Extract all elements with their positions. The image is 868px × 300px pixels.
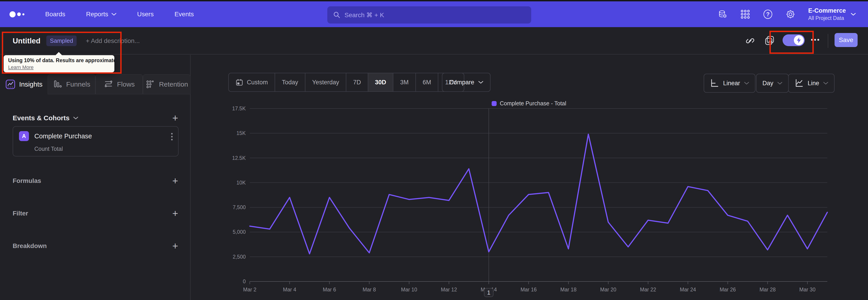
annotation-marker[interactable]: 1	[484, 288, 493, 297]
date-range-control: Custom Today Yesterday 7D 30D 3M 6M 12M	[228, 73, 464, 92]
tooltip-arrow	[55, 52, 62, 56]
chart-legend[interactable]: Complete Purchase - Total	[221, 100, 836, 107]
logo-dot	[17, 12, 21, 16]
x-tick-label: Mar 22	[640, 287, 656, 293]
chevron-down-icon	[744, 82, 749, 85]
linear-axis-icon	[710, 79, 719, 88]
y-tick-label: 15K	[237, 130, 246, 136]
chevron-down-icon	[851, 13, 856, 16]
x-tick-label: Mar 12	[441, 287, 457, 293]
add-formula-button[interactable]: +	[172, 176, 178, 186]
y-tick-label: 10K	[237, 180, 246, 186]
events-cohorts-header[interactable]: Events & Cohorts	[13, 114, 78, 122]
chevron-down-icon	[823, 82, 828, 85]
tab-label: Flows	[117, 81, 135, 88]
data-management-icon[interactable]	[718, 9, 727, 19]
search-input[interactable]: Search ⌘ + K	[327, 6, 531, 24]
nav-item-boards[interactable]: Boards	[45, 11, 65, 18]
nav-item-reports[interactable]: Reports	[86, 11, 116, 18]
formulas-header: Formulas	[13, 177, 41, 184]
legend-label: Complete Purchase - Total	[500, 100, 566, 107]
toggle-knob	[794, 35, 804, 45]
chart-type-dropdown[interactable]: Line	[788, 74, 835, 93]
report-header-bar: Untitled Sampled + Add description...	[0, 27, 868, 55]
search-icon	[333, 11, 340, 19]
x-tick-label: Mar 10	[401, 287, 417, 293]
range-6m[interactable]: 6M	[416, 73, 438, 91]
settings-gear-icon[interactable]	[785, 9, 796, 19]
tab-flows[interactable]: Flows	[95, 74, 143, 94]
more-options-icon[interactable]	[811, 39, 819, 41]
nav-right-cluster: ? E-Commerce All Project Data	[718, 1, 856, 27]
project-scope: All Project Data	[808, 15, 846, 21]
y-tick-label: 2,500	[232, 254, 246, 260]
save-to-board-icon[interactable]	[764, 35, 776, 47]
interval-dropdown[interactable]: Day	[756, 74, 789, 93]
x-tick-label: Mar 20	[600, 287, 616, 293]
series-letter-badge: A	[19, 131, 29, 141]
report-title[interactable]: Untitled	[13, 37, 40, 45]
range-30d[interactable]: 30D	[368, 73, 394, 91]
project-name: E-Commerce	[808, 7, 846, 14]
project-selector[interactable]: E-Commerce All Project Data	[808, 7, 856, 21]
x-tick-label: Mar 2	[243, 287, 256, 293]
x-tick-label: Mar 16	[521, 287, 537, 293]
tab-label: Insights	[19, 81, 42, 88]
add-filter-button[interactable]: +	[172, 208, 178, 218]
funnels-icon	[53, 79, 63, 89]
help-icon[interactable]: ?	[763, 9, 773, 19]
compare-button[interactable]: Compare	[442, 73, 491, 92]
tab-label: Retention	[159, 81, 188, 88]
range-custom[interactable]: Custom	[229, 73, 275, 91]
add-breakdown-button[interactable]: +	[172, 241, 178, 251]
nav-item-users[interactable]: Users	[137, 11, 154, 18]
chevron-down-icon	[112, 13, 116, 16]
copy-link-icon[interactable]	[744, 35, 756, 47]
logo-dot	[22, 13, 24, 16]
chevron-down-icon	[73, 116, 78, 120]
event-card[interactable]: A Complete Purchase Count Total	[13, 126, 179, 156]
x-tick-label: Mar 28	[760, 287, 776, 293]
divider	[828, 34, 828, 48]
lightning-bolt-icon	[796, 37, 802, 43]
report-tabs: Insights Funnels Flows	[0, 74, 191, 94]
range-7d[interactable]: 7D	[346, 73, 368, 91]
add-event-button[interactable]: +	[172, 113, 178, 123]
svg-text:?: ?	[766, 11, 770, 18]
line-chart-icon	[795, 79, 804, 88]
logo-dot	[9, 11, 16, 18]
search-placeholder: Search ⌘ + K	[344, 11, 384, 19]
sampled-badge[interactable]: Sampled	[46, 35, 77, 46]
nav-item-events[interactable]: Events	[175, 11, 194, 18]
y-tick-label: 12.5K	[232, 155, 246, 161]
x-tick-label: Mar 18	[560, 287, 577, 293]
line-chart: 02,5005,0007,50010K12.5K15K17.5KMar 2Mar…	[221, 99, 836, 298]
tab-funnels[interactable]: Funnels	[48, 74, 95, 94]
event-name: Complete Purchase	[34, 132, 92, 140]
scale-dropdown[interactable]: Linear	[704, 74, 755, 93]
sampling-toggle[interactable]	[782, 34, 805, 46]
tab-retention[interactable]: Retention	[143, 74, 191, 94]
chevron-down-icon	[478, 81, 483, 84]
mixpanel-logo[interactable]	[9, 11, 24, 18]
x-tick-label: Mar 30	[799, 287, 815, 293]
range-yesterday[interactable]: Yesterday	[305, 73, 346, 91]
apps-grid-icon[interactable]	[740, 9, 750, 19]
retention-icon	[145, 79, 155, 89]
x-tick-label: Mar 6	[323, 287, 336, 293]
tooltip-message: Using 10% of data. Results are approxima…	[8, 57, 110, 63]
x-tick-label: Mar 8	[363, 287, 376, 293]
x-tick-label: Mar 24	[680, 287, 696, 293]
tab-insights[interactable]: Insights	[0, 74, 48, 94]
save-button[interactable]: Save	[835, 33, 858, 47]
event-options-icon[interactable]	[171, 133, 173, 140]
y-tick-label: 0	[243, 278, 246, 284]
y-tick-label: 7,500	[232, 204, 246, 210]
query-panel: Insights Funnels Flows	[0, 55, 191, 300]
learn-more-link[interactable]: Learn More	[8, 64, 34, 70]
range-3m[interactable]: 3M	[393, 73, 416, 91]
event-metric[interactable]: Count Total	[34, 146, 63, 152]
chevron-down-icon	[777, 82, 782, 85]
add-description[interactable]: + Add description...	[86, 37, 140, 44]
range-today[interactable]: Today	[275, 73, 305, 91]
